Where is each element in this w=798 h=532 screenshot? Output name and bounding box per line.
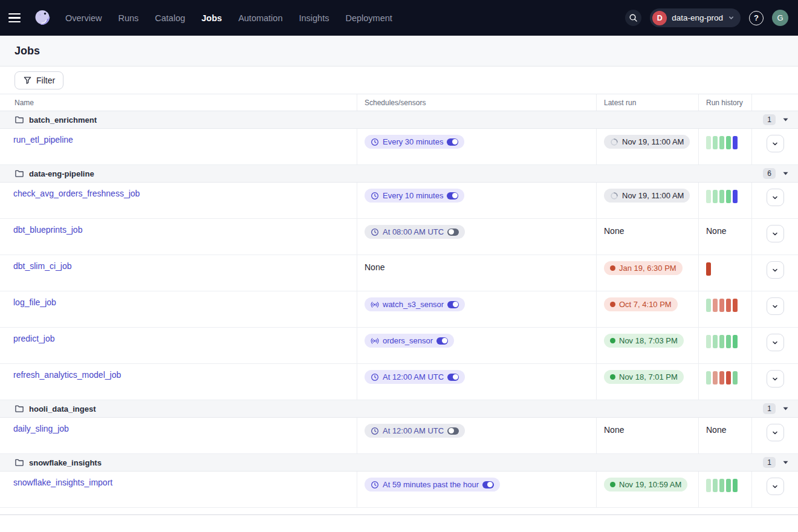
schedule-toggle[interactable] — [447, 427, 459, 435]
run-history-bar[interactable] — [726, 136, 731, 149]
hamburger-menu-icon[interactable] — [8, 10, 24, 26]
run-history-bar[interactable] — [733, 479, 738, 492]
run-history-bar[interactable] — [733, 136, 738, 149]
run-history-bar[interactable] — [719, 190, 724, 203]
schedule-toggle[interactable] — [447, 374, 459, 381]
nav-item-insights[interactable]: Insights — [299, 13, 329, 23]
run-history-bar[interactable] — [713, 479, 718, 492]
expand-row-button[interactable] — [767, 261, 784, 279]
schedule-pill[interactable]: At 59 minutes past the hour — [365, 478, 500, 491]
run-history-bar[interactable] — [733, 371, 738, 384]
user-avatar[interactable]: G — [772, 10, 788, 26]
run-history-bar[interactable] — [713, 136, 718, 149]
run-history-bar[interactable] — [706, 190, 711, 203]
expand-row-button[interactable] — [767, 225, 784, 242]
run-history-bar[interactable] — [726, 190, 731, 203]
run-history-bar[interactable] — [706, 136, 711, 149]
nav-item-jobs[interactable]: Jobs — [201, 13, 222, 23]
job-name-link[interactable]: dbt_slim_ci_job — [13, 261, 72, 271]
run-history-bar[interactable] — [706, 335, 711, 348]
dagster-logo[interactable] — [31, 7, 53, 29]
run-history-bar[interactable] — [719, 479, 724, 492]
schedule-toggle[interactable] — [447, 229, 459, 236]
run-history-bar[interactable] — [706, 371, 711, 384]
schedule-pill[interactable]: Every 10 minutes — [365, 189, 464, 203]
run-history-bar[interactable] — [733, 299, 738, 312]
latest-run-pill[interactable]: Nov 18, 7:01 PM — [604, 370, 684, 384]
job-name-link[interactable]: snowflake_insights_import — [13, 478, 112, 487]
run-history-bar[interactable] — [713, 299, 718, 312]
latest-run-pill[interactable]: Oct 7, 4:10 PM — [604, 297, 678, 311]
run-history-bar[interactable] — [706, 299, 711, 312]
schedule-pill[interactable]: At 12:00 AM UTC — [365, 370, 465, 384]
expand-row-button[interactable] — [767, 297, 784, 315]
job-group-row[interactable]: snowflake_insights 1 — [0, 454, 798, 472]
job-name-link[interactable]: log_file_job — [13, 297, 56, 307]
schedule-pill[interactable]: watch_s3_sensor — [365, 297, 465, 311]
run-history-bar[interactable] — [733, 190, 738, 203]
chevron-down-icon — [771, 429, 779, 436]
run-history-bar[interactable] — [719, 136, 724, 149]
help-button[interactable]: ? — [749, 11, 764, 25]
expand-row-button[interactable] — [767, 424, 784, 441]
nav-item-overview[interactable]: Overview — [65, 13, 102, 23]
deployment-switcher[interactable]: D data-eng-prod — [650, 8, 741, 27]
latest-run-pill[interactable]: Nov 18, 7:03 PM — [604, 334, 684, 348]
nav-item-runs[interactable]: Runs — [118, 13, 138, 23]
job-row: predict_job orders_sensor Nov 18, 7:03 P… — [0, 328, 798, 364]
job-name-link[interactable]: daily_sling_job — [13, 424, 69, 433]
run-history-bar[interactable] — [713, 371, 718, 384]
job-name-link[interactable]: dbt_blueprints_job — [13, 225, 82, 235]
clock-icon — [371, 481, 379, 489]
expand-row-button[interactable] — [767, 478, 784, 495]
run-history-bar[interactable] — [726, 479, 731, 492]
caret-down-icon[interactable] — [783, 461, 788, 464]
schedule-pill[interactable]: At 08:00 AM UTC — [365, 225, 465, 239]
job-name-link[interactable]: run_etl_pipeline — [13, 135, 73, 144]
latest-run-pill[interactable]: Jan 19, 6:30 PM — [604, 261, 683, 275]
nav-item-deployment[interactable]: Deployment — [345, 13, 392, 23]
schedule-pill[interactable]: Every 30 minutes — [365, 135, 464, 149]
chevron-down-icon — [771, 230, 779, 238]
schedule-toggle[interactable] — [447, 138, 458, 146]
run-history-bar[interactable] — [719, 371, 724, 384]
schedule-toggle[interactable] — [436, 337, 448, 345]
expand-row-button[interactable] — [767, 334, 784, 351]
schedule-toggle[interactable] — [447, 192, 458, 199]
job-group-row[interactable]: batch_enrichment 1 — [0, 111, 798, 129]
run-history-bar[interactable] — [719, 299, 724, 312]
nav-item-automation[interactable]: Automation — [238, 13, 282, 23]
run-history-bar[interactable] — [706, 262, 711, 276]
job-name-cell: check_avg_orders_freshness_job — [0, 183, 357, 218]
schedule-pill[interactable]: orders_sensor — [365, 334, 454, 348]
job-name-cell: run_etl_pipeline — [0, 129, 357, 164]
search-button[interactable] — [625, 10, 641, 26]
schedule-pill[interactable]: At 12:00 AM UTC — [365, 424, 465, 438]
run-history-bar[interactable] — [726, 299, 731, 312]
caret-down-icon[interactable] — [783, 407, 788, 410]
latest-run-pill[interactable]: Nov 19, 11:00 AM — [604, 135, 690, 149]
caret-down-icon[interactable] — [783, 172, 788, 175]
latest-run-pill[interactable]: Nov 19, 10:59 AM — [604, 478, 687, 491]
caret-down-icon[interactable] — [783, 118, 788, 122]
job-group-row[interactable]: hooli_data_ingest 1 — [0, 400, 798, 418]
run-history-bar[interactable] — [733, 335, 738, 348]
run-history-bar[interactable] — [713, 190, 718, 203]
run-history-bar[interactable] — [706, 479, 711, 492]
schedule-toggle[interactable] — [447, 301, 459, 308]
run-history-bar[interactable] — [726, 371, 731, 384]
expand-row-button[interactable] — [767, 370, 784, 388]
job-name-link[interactable]: predict_job — [13, 334, 55, 343]
schedule-toggle[interactable] — [482, 481, 494, 488]
filter-button[interactable]: Filter — [15, 71, 63, 89]
run-history-bar[interactable] — [713, 335, 718, 348]
run-history-bar[interactable] — [719, 335, 724, 348]
run-history-bar[interactable] — [726, 335, 731, 348]
job-name-link[interactable]: refresh_analytics_model_job — [13, 370, 121, 380]
latest-run-pill[interactable]: Nov 19, 11:00 AM — [604, 189, 690, 203]
job-group-row[interactable]: data-eng-pipeline 6 — [0, 165, 798, 183]
expand-row-button[interactable] — [767, 135, 784, 152]
expand-row-button[interactable] — [767, 189, 784, 206]
nav-item-catalog[interactable]: Catalog — [155, 13, 185, 23]
job-name-link[interactable]: check_avg_orders_freshness_job — [13, 189, 140, 198]
